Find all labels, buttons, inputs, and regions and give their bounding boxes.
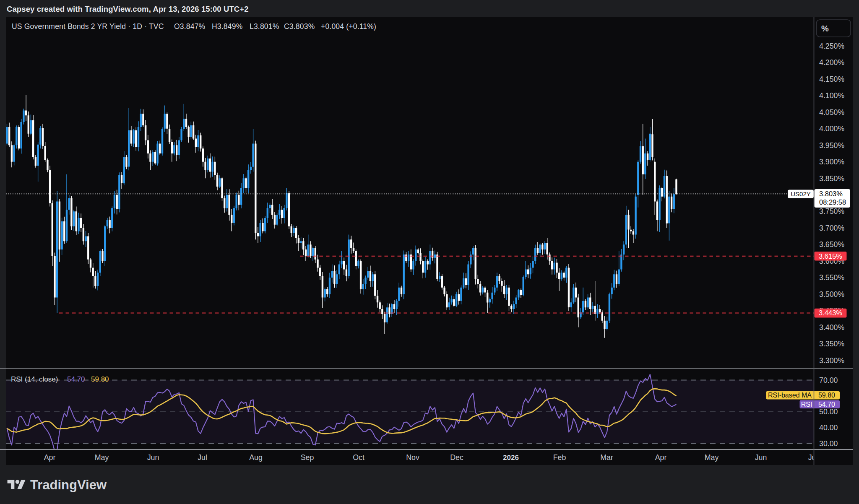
svg-text:Oct: Oct [353,453,364,462]
svg-text:Feb: Feb [553,453,566,462]
svg-text:59.80: 59.80 [91,375,109,383]
svg-text:30.00: 30.00 [819,439,838,448]
svg-text:Nov: Nov [406,453,419,462]
svg-text:May: May [705,453,719,462]
svg-text:Apr: Apr [44,453,56,462]
svg-text:54.70: 54.70 [67,375,85,383]
svg-text:4.100%: 4.100% [819,91,844,100]
svg-text:3.850%: 3.850% [819,174,844,183]
svg-text:+0.004 (+0.11%): +0.004 (+0.11%) [321,22,376,31]
svg-text:3.950%: 3.950% [819,141,844,150]
svg-text:O3.847%: O3.847% [174,22,205,31]
svg-text:54.70: 54.70 [818,401,835,408]
svg-text:70.00: 70.00 [819,376,838,384]
svg-text:Aug: Aug [249,453,263,462]
svg-text:4.200%: 4.200% [819,58,844,67]
svg-text:2026: 2026 [503,454,519,462]
svg-text:Jun: Jun [147,453,159,462]
svg-text:%: % [821,24,829,33]
svg-text:40.00: 40.00 [819,423,838,432]
svg-text:RSI (14, close): RSI (14, close) [11,375,58,383]
svg-text:3.550%: 3.550% [819,273,844,282]
svg-text:3.803%: 3.803% [819,190,843,197]
svg-text:4.000%: 4.000% [819,125,844,133]
svg-text:3.900%: 3.900% [819,158,844,166]
svg-text:3.650%: 3.650% [819,240,844,249]
svg-text:L3.801%: L3.801% [250,22,279,31]
svg-text:RSI-based MA: RSI-based MA [768,392,812,399]
svg-text:US02Y: US02Y [791,190,811,197]
svg-text:Dec: Dec [450,453,463,462]
svg-text:C3.803%: C3.803% [284,22,315,31]
svg-text:4.250%: 4.250% [819,42,844,50]
svg-text:59.80: 59.80 [818,392,835,399]
svg-text:3.500%: 3.500% [819,290,844,299]
svg-text:Sep: Sep [301,453,314,462]
svg-text:Jul: Jul [198,453,207,462]
svg-text:Capsey created with TradingVie: Capsey created with TradingView.com, Apr… [7,5,249,13]
svg-text:Jun: Jun [755,453,767,462]
svg-text:3.350%: 3.350% [819,340,844,348]
svg-text:3.700%: 3.700% [819,224,844,232]
svg-text:4.050%: 4.050% [819,108,844,117]
svg-text:3.443%: 3.443% [819,309,842,317]
svg-text:Mar: Mar [600,453,613,462]
svg-text:May: May [95,453,109,462]
svg-text:US Government Bonds 2 YR Yield: US Government Bonds 2 YR Yield · 1D · TV… [12,22,164,31]
svg-text:08:29:58: 08:29:58 [819,198,846,206]
svg-text:4.150%: 4.150% [819,75,844,83]
svg-text:TradingView: TradingView [30,478,107,492]
svg-text:Apr: Apr [655,453,667,462]
svg-text:3.750%: 3.750% [819,207,844,216]
svg-text:50.00: 50.00 [819,408,838,416]
svg-text:3.300%: 3.300% [819,356,844,365]
svg-text:3.400%: 3.400% [819,323,844,332]
svg-text:H3.849%: H3.849% [212,22,242,31]
svg-text:3.615%: 3.615% [819,252,842,260]
svg-text:RSI: RSI [801,401,812,408]
